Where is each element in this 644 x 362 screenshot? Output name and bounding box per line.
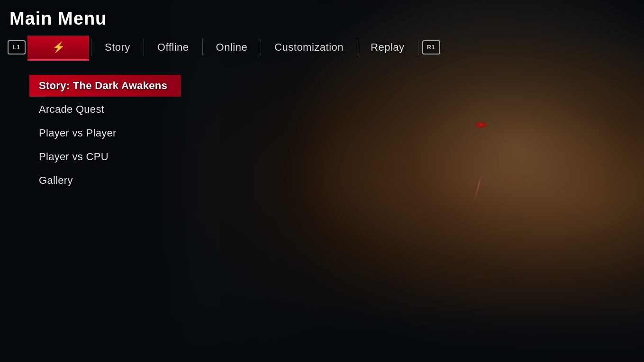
menu-item-player-vs-player[interactable]: Player vs Player bbox=[29, 122, 181, 144]
nav-item-customization[interactable]: Customization bbox=[261, 36, 357, 59]
nav-item-replay[interactable]: Replay bbox=[357, 36, 417, 59]
nav-item-story[interactable]: Story bbox=[91, 36, 144, 59]
nav-item-online[interactable]: Online bbox=[203, 36, 261, 59]
page-title: Main Menu bbox=[9, 9, 107, 29]
nav-bar: L1 ⚡ Story Offline Online Customization … bbox=[0, 34, 644, 60]
menu-item-gallery[interactable]: Gallery bbox=[29, 170, 181, 191]
l1-badge[interactable]: L1 bbox=[8, 40, 26, 54]
r1-badge[interactable]: R1 bbox=[422, 40, 440, 54]
lightning-icon: ⚡ bbox=[52, 41, 65, 54]
nav-item-offline[interactable]: Offline bbox=[144, 36, 202, 59]
nav-divider-5 bbox=[418, 39, 418, 55]
menu-item-player-vs-cpu[interactable]: Player vs CPU bbox=[29, 146, 181, 168]
nav-active-icon-tab[interactable]: ⚡ bbox=[27, 36, 89, 59]
menu-item-story-dark-awakens[interactable]: Story: The Dark Awakens bbox=[29, 75, 181, 97]
menu-list: Story: The Dark Awakens Arcade Quest Pla… bbox=[29, 75, 181, 191]
menu-item-arcade-quest[interactable]: Arcade Quest bbox=[29, 99, 181, 120]
ui-layer: Main Menu L1 ⚡ Story Offline Online Cust… bbox=[0, 0, 644, 362]
